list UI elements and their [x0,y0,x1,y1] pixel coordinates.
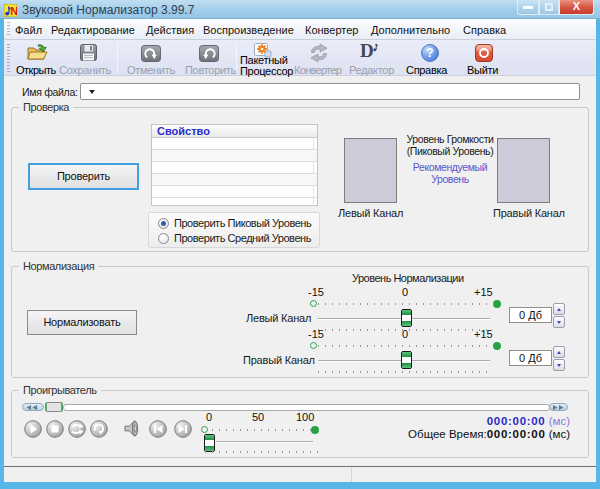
svg-text:?: ? [426,46,433,60]
svg-text:N: N [10,5,17,17]
